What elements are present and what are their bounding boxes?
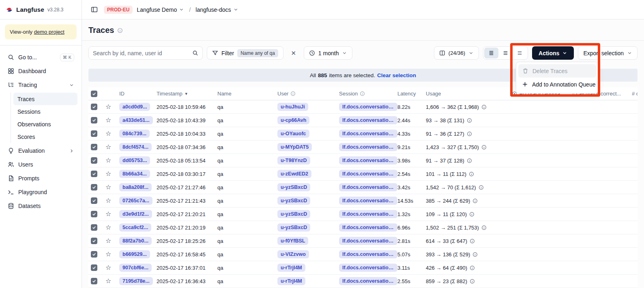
sidebar-item-go-to[interactable]: Go to... ⌘ K xyxy=(4,50,77,64)
info-icon[interactable] xyxy=(470,265,475,271)
row-checkbox[interactable] xyxy=(91,278,97,284)
session-badge[interactable]: lf.docs.conversation... xyxy=(339,237,397,245)
sidebar-item-evaluation[interactable]: Evaluation xyxy=(4,144,77,158)
info-icon[interactable] xyxy=(481,104,487,110)
select-all-checkbox[interactable] xyxy=(91,91,97,97)
info-icon[interactable] xyxy=(469,212,474,217)
filter-button[interactable]: Filter Name any of qa xyxy=(207,46,283,60)
session-badge[interactable]: lf.docs.conversation... xyxy=(339,250,397,258)
row-checkbox[interactable] xyxy=(91,157,97,164)
row-height-small-icon[interactable] xyxy=(484,48,498,58)
info-icon[interactable] xyxy=(479,185,484,190)
row-height-medium-icon[interactable] xyxy=(498,48,513,58)
info-icon[interactable] xyxy=(467,158,472,163)
user-badge[interactable]: u-rTrjI4M xyxy=(277,264,305,272)
user-badge[interactable]: u-huJhuJi xyxy=(277,103,308,111)
sidebar-item-tracing[interactable]: Tracing xyxy=(4,78,77,92)
user-badge[interactable]: u-zEwdED2 xyxy=(277,170,311,178)
session-badge[interactable]: lf.docs.conversation... xyxy=(339,197,397,205)
column-header-session[interactable]: Session xyxy=(339,91,397,97)
column-header--c[interactable]: # c... xyxy=(632,91,638,97)
trace-id-badge[interactable]: 8dcf4574... xyxy=(119,143,152,151)
trace-id-badge[interactable]: d3e9d1f2... xyxy=(119,210,152,218)
row-checkbox[interactable] xyxy=(91,224,97,231)
sidebar-item-datasets[interactable]: Datasets xyxy=(4,199,77,213)
bookmark-star-icon[interactable]: ☆ xyxy=(105,211,111,217)
sidebar-item-observations[interactable]: Observations xyxy=(13,118,77,130)
user-badge[interactable]: u-rTrjI4M xyxy=(277,277,305,285)
trace-id-badge[interactable]: 907cbf6e... xyxy=(119,264,152,272)
trace-id-badge[interactable]: b669529... xyxy=(119,250,150,258)
row-checkbox[interactable] xyxy=(91,264,97,271)
user-badge[interactable]: u-yzSBxcD xyxy=(277,223,310,232)
sidebar-item-dashboard[interactable]: Dashboard xyxy=(4,64,77,78)
user-badge[interactable]: u-VIZzvwo xyxy=(277,250,309,258)
row-checkbox[interactable] xyxy=(91,251,97,258)
column-header-name[interactable]: Name xyxy=(217,91,277,97)
info-icon[interactable] xyxy=(467,118,472,123)
row-checkbox[interactable] xyxy=(91,197,97,204)
column-header-timestamp[interactable]: Timestamp▼ xyxy=(157,91,217,97)
column-header-usage[interactable]: Usage xyxy=(426,91,512,97)
user-badge[interactable]: u-OYauofc xyxy=(277,130,309,138)
bookmark-star-icon[interactable]: ☆ xyxy=(105,157,111,164)
trace-id-badge[interactable]: a433de51... xyxy=(119,116,153,124)
info-icon[interactable] xyxy=(469,171,474,177)
trace-id-badge[interactable]: 07265c7a... xyxy=(119,197,152,205)
user-badge[interactable]: u-f0YfBSL xyxy=(277,237,308,245)
row-checkbox[interactable] xyxy=(91,117,97,123)
bookmark-star-icon[interactable]: ☆ xyxy=(105,144,111,150)
bookmark-star-icon[interactable]: ☆ xyxy=(105,264,111,271)
project-selector[interactable]: langfuse-docs xyxy=(195,6,238,13)
menu-item-add-to-annotation-queue[interactable]: Add to Annotation Queue xyxy=(518,78,596,91)
user-badge[interactable]: u-yzSBxcD xyxy=(277,210,310,218)
clear-selection-link[interactable]: Clear selection xyxy=(377,72,416,78)
trace-id-badge[interactable]: 8b66a34... xyxy=(119,170,150,178)
bookmark-star-icon[interactable]: ☆ xyxy=(105,197,111,204)
info-icon[interactable] xyxy=(472,198,478,204)
session-badge[interactable]: lf.docs.conversation... xyxy=(339,116,397,124)
session-badge[interactable]: lf.docs.conversation... xyxy=(339,143,397,151)
session-badge[interactable]: lf.docs.conversation... xyxy=(339,277,397,285)
user-badge[interactable]: u-yzSBxcD xyxy=(277,197,310,205)
trace-id-badge[interactable]: 084c739... xyxy=(119,130,150,138)
session-badge[interactable]: lf.docs.conversation... xyxy=(339,103,397,111)
user-badge[interactable]: u-T98YnzD xyxy=(277,156,310,165)
bookmark-star-icon[interactable]: ☆ xyxy=(105,117,111,123)
session-badge[interactable]: lf.docs.conversation... xyxy=(339,223,397,232)
search-input[interactable] xyxy=(93,50,189,56)
bookmark-star-icon[interactable]: ☆ xyxy=(105,278,111,284)
export-selection-button[interactable]: Export selection xyxy=(578,46,638,60)
trace-id-badge[interactable]: dd05753... xyxy=(119,156,150,165)
user-badge[interactable]: u-yzSBxcD xyxy=(277,183,310,191)
org-selector[interactable]: Langfuse Demo xyxy=(137,6,184,13)
trace-id-badge[interactable]: 88f2a7b0... xyxy=(119,237,152,245)
trace-id-badge[interactable]: 7195d78e... xyxy=(119,277,153,285)
info-icon[interactable] xyxy=(481,225,487,230)
session-badge[interactable]: lf.docs.conversation... xyxy=(339,170,397,178)
trace-id-badge[interactable]: 5cca9cf2... xyxy=(119,223,151,232)
row-checkbox[interactable] xyxy=(91,238,97,244)
column-header-id[interactable]: ID xyxy=(119,91,157,97)
column-header-user[interactable]: User xyxy=(277,91,339,97)
actions-button[interactable]: Actions xyxy=(532,46,574,60)
trace-id-badge[interactable]: a0cd0d9... xyxy=(119,103,150,111)
session-badge[interactable]: lf.docs.conversation... xyxy=(339,210,397,218)
user-badge[interactable]: u-cp66Avh xyxy=(277,116,309,124)
sidebar-item-traces[interactable]: Traces xyxy=(13,93,77,105)
info-icon[interactable] xyxy=(481,145,487,150)
sidebar-item-playground[interactable]: Playground xyxy=(4,185,77,199)
user-badge[interactable]: u-MYpDAT5 xyxy=(277,143,312,151)
info-icon[interactable] xyxy=(467,131,472,136)
column-header-latency[interactable]: Latency xyxy=(397,91,426,97)
row-checkbox[interactable] xyxy=(91,171,97,177)
time-range-button[interactable]: 1 month xyxy=(304,46,353,60)
sidebar-toggle-icon[interactable] xyxy=(88,4,100,15)
session-badge[interactable]: lf.docs.conversation... xyxy=(339,130,397,138)
trace-id-badge[interactable]: ba8a208f... xyxy=(119,183,152,191)
bookmark-star-icon[interactable]: ☆ xyxy=(105,130,111,137)
row-checkbox[interactable] xyxy=(91,184,97,191)
bookmark-star-icon[interactable]: ☆ xyxy=(105,251,111,258)
bookmark-star-icon[interactable]: ☆ xyxy=(105,224,111,231)
bookmark-star-icon[interactable]: ☆ xyxy=(105,104,111,110)
